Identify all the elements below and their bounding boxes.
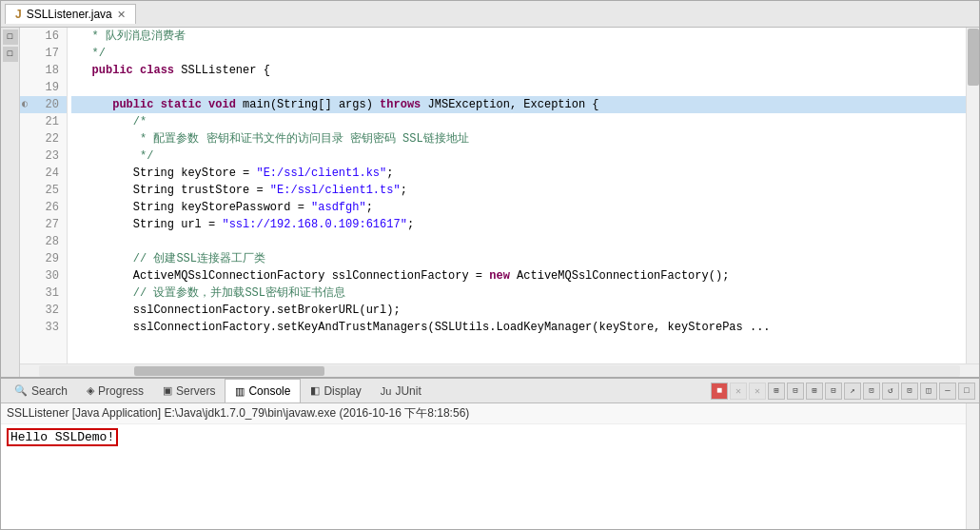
editor-rows: 161718192021222324252627282930313233 * 队…: [20, 28, 979, 363]
line-numbers: 161718192021222324252627282930313233: [20, 28, 68, 363]
code-line-23: */: [71, 147, 966, 165]
tab-bar: J SSLListener.java ✕: [1, 1, 979, 28]
editor-panel: 161718192021222324252627282930313233 * 队…: [20, 28, 979, 377]
code-line-21: /*: [71, 113, 966, 130]
code-line-33: sslConnectionFactory.setKeyAndTrustManag…: [71, 319, 966, 336]
code-line-26: String keyStorePassword = "asdfgh";: [71, 199, 966, 216]
btn2[interactable]: ✕: [730, 383, 747, 400]
token-comment: * 队列消息消费者: [71, 29, 186, 43]
tab-close-icon[interactable]: ✕: [117, 9, 126, 21]
sidebar-collapse-mid[interactable]: □: [3, 47, 18, 62]
console-toolbar: ■ ✕ ✕ ⊞ ⊟ ⊞ ⊟ ↗ ⊡ ↺ ⊡ ◫ — □: [711, 383, 979, 400]
btn6[interactable]: ⊞: [806, 383, 823, 400]
junit-tab-icon: Ju: [381, 385, 392, 397]
console-tab-display[interactable]: ◧Display: [301, 379, 370, 402]
console-tab-icon: ▥: [235, 385, 245, 398]
btn10[interactable]: ↺: [882, 383, 899, 400]
token-normal: [133, 64, 140, 77]
bottom-scrollbar[interactable]: [20, 363, 979, 377]
line-number-31: 31: [20, 285, 67, 302]
btn3[interactable]: ✕: [749, 383, 766, 400]
line-number-21: 21: [20, 113, 67, 130]
code-line-30: ActiveMQSslConnectionFactory sslConnecti…: [71, 267, 966, 285]
ide-window: J SSLListener.java ✕ □ □ 161718192021222…: [0, 0, 980, 530]
token-normal: [153, 98, 160, 111]
console-tab-servers[interactable]: ▣Servers: [153, 379, 225, 402]
line-number-27: 27: [20, 216, 67, 233]
btn5[interactable]: ⊟: [787, 383, 804, 400]
line-number-32: 32: [20, 302, 67, 319]
token-normal: sslConnectionFactory.setKeyAndTrustManag…: [71, 321, 496, 334]
console-output-box: Hello SSLDemo!: [7, 428, 118, 446]
token-comment: */: [71, 47, 106, 60]
token-normal: sslConnectionFactory.setBrokerURL(url);: [71, 304, 401, 317]
console-panel: 🔍Search◈Progress▣Servers▥Console◧Display…: [1, 377, 979, 529]
token-normal: LoadKeyManager: [496, 321, 592, 334]
line-number-26: 26: [20, 199, 67, 216]
display-tab-label: Display: [323, 384, 361, 398]
editor-scrollbar[interactable]: [966, 28, 979, 363]
token-comment: // 设置参数，并加载SSL密钥和证书信息: [71, 286, 345, 300]
stop-button[interactable]: ■: [711, 383, 728, 400]
token-normal: [71, 98, 112, 111]
scrollbar-thumb[interactable]: [968, 29, 979, 86]
code-line-16: * 队列消息消费者: [71, 28, 966, 45]
line-number-17: 17: [20, 45, 67, 62]
console-tab-progress[interactable]: ◈Progress: [77, 379, 153, 402]
token-normal: ;: [366, 201, 373, 214]
line-number-16: 16: [20, 28, 67, 45]
token-normal: String keyStore =: [71, 167, 256, 180]
console-scrollbar[interactable]: [966, 403, 979, 529]
console-body-row: SSLListener [Java Application] E:\Java\j…: [1, 403, 979, 529]
h-scrollbar-thumb[interactable]: [134, 366, 324, 376]
btn4[interactable]: ⊞: [768, 383, 785, 400]
token-comment: // 创建SSL连接器工厂类: [71, 252, 265, 265]
console-output-area[interactable]: Hello SSLDemo!: [1, 424, 966, 529]
left-sidebar: □ □: [1, 28, 20, 377]
token-normal: ActiveMQSslConnectionFactory sslConnecti…: [71, 269, 489, 283]
search-tab-label: Search: [31, 384, 68, 398]
console-tab-junit[interactable]: JuJUnit: [371, 379, 431, 402]
line-number-23: 23: [20, 147, 67, 165]
btn7[interactable]: ⊟: [825, 383, 842, 400]
code-line-32: sslConnectionFactory.setBrokerURL(url);: [71, 302, 966, 319]
token-comment: */: [71, 149, 153, 163]
token-kw: class: [140, 64, 174, 77]
code-line-19: [71, 79, 966, 96]
token-normal: JMSException, Exception {: [421, 98, 598, 111]
progress-tab-label: Progress: [98, 384, 144, 398]
btn11[interactable]: ⊡: [901, 383, 918, 400]
btn8[interactable]: ↗: [844, 383, 861, 400]
minimize-console[interactable]: —: [939, 383, 956, 400]
line-number-20: 20: [20, 96, 67, 113]
token-normal: ;: [386, 167, 393, 180]
line-number-25: 25: [20, 182, 67, 199]
maximize-console[interactable]: □: [958, 383, 975, 400]
btn9[interactable]: ⊡: [863, 383, 880, 400]
progress-tab-icon: ◈: [87, 384, 94, 397]
console-header: SSLListener [Java Application] E:\Java\j…: [1, 403, 966, 424]
console-tabs-bar: 🔍Search◈Progress▣Servers▥Console◧Display…: [1, 379, 979, 403]
code-line-29: // 创建SSL连接器工厂类: [71, 250, 966, 267]
servers-tab-icon: ▣: [163, 384, 172, 397]
code-line-31: // 设置参数，并加载SSL密钥和证书信息: [71, 285, 966, 302]
code-line-28: [71, 233, 966, 250]
line-number-18: 18: [20, 62, 67, 79]
sidebar-collapse-top[interactable]: □: [3, 29, 18, 45]
token-kw: new: [489, 269, 510, 283]
code-area[interactable]: * 队列消息消费者 */ public class SSLListener { …: [68, 28, 966, 363]
btn12[interactable]: ◫: [920, 383, 937, 400]
code-line-17: */: [71, 45, 966, 62]
console-output-text: Hello SSLDemo!: [10, 430, 114, 444]
console-tab-search[interactable]: 🔍Search: [5, 379, 77, 402]
display-tab-icon: ◧: [310, 384, 320, 397]
token-str: "asdfgh": [311, 201, 366, 214]
console-tab-label: Console: [248, 384, 290, 398]
token-normal: String keyStorePassword =: [71, 201, 311, 214]
token-kw: static: [161, 98, 202, 111]
console-tab-console[interactable]: ▥Console: [225, 379, 301, 402]
file-tab[interactable]: J SSLListener.java ✕: [5, 4, 136, 24]
token-kw: void: [208, 98, 236, 111]
servers-tab-label: Servers: [176, 384, 215, 398]
line-number-30: 30: [20, 267, 67, 285]
